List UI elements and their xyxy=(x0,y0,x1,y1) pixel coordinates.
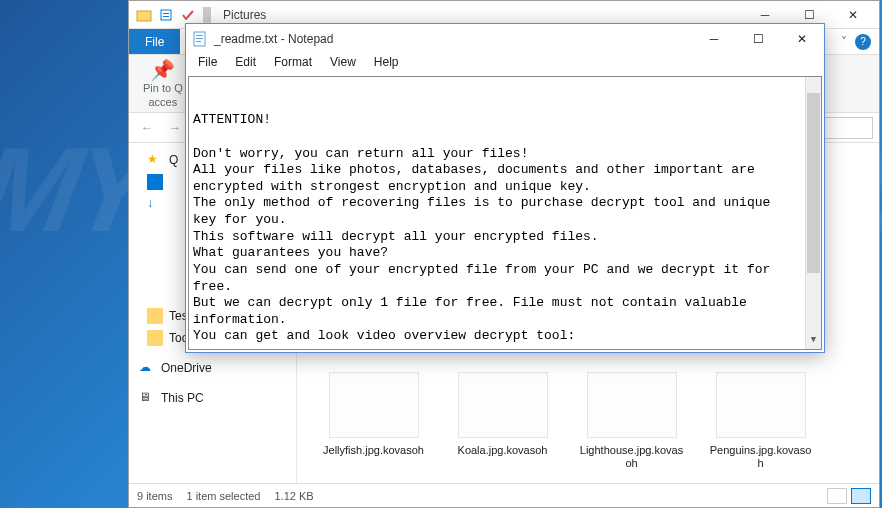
nav-label: This PC xyxy=(161,391,204,405)
file-label: Penguins.jpg.kovasoh xyxy=(708,444,813,472)
file-label: Lighthouse.jpg.kovasoh xyxy=(579,444,684,472)
svg-rect-3 xyxy=(163,16,169,17)
file-thumbnail xyxy=(587,372,677,438)
status-bar: 9 items 1 item selected 1.12 KB xyxy=(129,483,879,507)
scrollbar-vertical[interactable]: ▲ ▼ xyxy=(805,77,821,349)
nav-back-button[interactable]: ← xyxy=(135,116,159,140)
svg-rect-7 xyxy=(196,41,201,42)
svg-rect-0 xyxy=(137,11,151,21)
folder-icon xyxy=(147,330,163,346)
menu-format[interactable]: Format xyxy=(266,54,320,74)
minimize-button[interactable]: ─ xyxy=(692,25,736,53)
pin-label-1: Pin to Q xyxy=(143,82,183,95)
nav-this-pc[interactable]: 🖥 This PC xyxy=(129,387,296,409)
file-item[interactable]: Lighthouse.jpg.kovasoh xyxy=(579,372,684,472)
status-count: 9 items xyxy=(137,490,172,502)
file-item[interactable]: Koala.jpg.kovasoh xyxy=(450,372,555,472)
notepad-menu: File Edit Format View Help xyxy=(186,54,824,74)
status-size: 1.12 KB xyxy=(274,490,313,502)
svg-rect-2 xyxy=(163,13,169,14)
help-icon[interactable]: ? xyxy=(855,34,871,50)
pin-label-2: acces xyxy=(143,96,183,109)
folder-icon xyxy=(147,308,163,324)
svg-rect-6 xyxy=(196,38,203,39)
file-thumbnail xyxy=(716,372,806,438)
file-thumbnail xyxy=(329,372,419,438)
folder-icon xyxy=(135,6,153,24)
details-view-button[interactable] xyxy=(827,488,847,504)
nav-label: Q xyxy=(169,153,178,167)
maximize-button[interactable]: ☐ xyxy=(736,25,780,53)
nav-label: OneDrive xyxy=(161,361,212,375)
ribbon-chevron-icon[interactable]: ˅ xyxy=(841,35,847,49)
onedrive-icon: ☁ xyxy=(139,360,155,376)
pin-icon: 📌 xyxy=(143,58,183,82)
pc-icon: 🖥 xyxy=(139,390,155,406)
svg-rect-5 xyxy=(196,35,203,36)
file-tab[interactable]: File xyxy=(129,29,180,54)
scroll-down-icon[interactable]: ▼ xyxy=(806,333,821,349)
nav-forward-button[interactable]: → xyxy=(163,116,187,140)
file-item[interactable]: Jellyfish.jpg.kovasoh xyxy=(321,372,426,472)
menu-edit[interactable]: Edit xyxy=(227,54,264,74)
status-selected: 1 item selected xyxy=(186,490,260,502)
icons-view-button[interactable] xyxy=(851,488,871,504)
properties-icon[interactable] xyxy=(157,6,175,24)
file-thumbnail xyxy=(458,372,548,438)
notepad-title: _readme.txt - Notepad xyxy=(214,32,333,46)
notepad-textarea[interactable]: ATTENTION! Don't worry, you can return a… xyxy=(188,76,822,350)
menu-file[interactable]: File xyxy=(190,54,225,74)
menu-view[interactable]: View xyxy=(322,54,364,74)
notepad-content: ATTENTION! Don't worry, you can return a… xyxy=(193,112,817,345)
star-icon: ★ xyxy=(147,152,163,168)
checkmark-icon[interactable] xyxy=(179,6,197,24)
notepad-window: _readme.txt - Notepad ─ ☐ ✕ File Edit Fo… xyxy=(185,23,825,353)
notepad-titlebar[interactable]: _readme.txt - Notepad ─ ☐ ✕ xyxy=(186,24,824,54)
explorer-title: Pictures xyxy=(223,8,266,22)
close-button[interactable]: ✕ xyxy=(780,25,824,53)
close-button[interactable]: ✕ xyxy=(831,2,875,28)
files-row: Jellyfish.jpg.kovasoh Koala.jpg.kovasoh … xyxy=(321,372,813,472)
downloads-icon: ↓ xyxy=(147,196,163,212)
pin-to-quick-access-button[interactable]: 📌 Pin to Q acces xyxy=(143,58,183,108)
file-item[interactable]: Penguins.jpg.kovasoh xyxy=(708,372,813,472)
file-label: Jellyfish.jpg.kovasoh xyxy=(321,444,426,458)
notepad-icon xyxy=(192,31,208,47)
scrollbar-thumb[interactable] xyxy=(807,93,820,273)
svg-rect-1 xyxy=(161,10,171,20)
nav-onedrive[interactable]: ☁ OneDrive xyxy=(129,357,296,379)
separator xyxy=(203,7,211,23)
file-label: Koala.jpg.kovasoh xyxy=(450,444,555,458)
menu-help[interactable]: Help xyxy=(366,54,407,74)
desktop-icon xyxy=(147,174,163,190)
